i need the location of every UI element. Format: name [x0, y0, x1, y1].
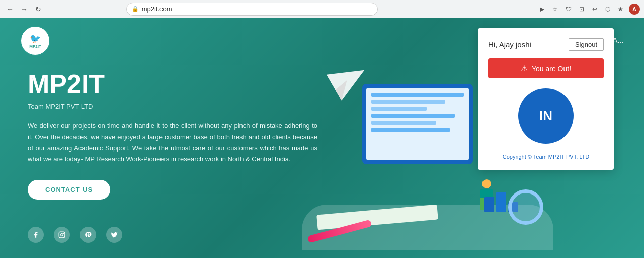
in-label: IN: [539, 108, 552, 124]
facebook-icon[interactable]: [28, 227, 44, 243]
logo[interactable]: 🐦 MP2IT: [20, 26, 50, 56]
back-button[interactable]: ←: [4, 3, 16, 15]
page-wrapper: 🐦 MP2IT Home A... MP2IT Team MP2IT PVT L…: [0, 18, 644, 258]
shield-icon[interactable]: 🛡: [564, 4, 574, 14]
reload-button[interactable]: ↻: [32, 3, 44, 15]
browser-right-icons: ▶ ☆ 🛡 ⊡ ↩ ⬡ ★ A: [537, 4, 640, 15]
you-are-out-button[interactable]: ⚠ You are Out!: [488, 58, 604, 78]
hero-subtitle: Team MP2IT PVT LTD: [28, 103, 317, 110]
hero-title: MP2IT: [28, 69, 317, 99]
svg-point-2: [63, 233, 64, 233]
lock-icon: 🔒: [132, 6, 139, 12]
instagram-icon[interactable]: [54, 227, 70, 243]
cast-icon[interactable]: ▶: [537, 4, 547, 14]
pinterest-icon[interactable]: [80, 227, 96, 243]
user-dropdown-popup: Hi, Ajay joshi Signout ⚠ You are Out! IN…: [478, 28, 614, 170]
user-avatar[interactable]: A: [629, 4, 640, 15]
popup-copyright: Copyright © Team MP2IT PVT. LTD: [488, 154, 604, 160]
signout-button[interactable]: Signout: [569, 38, 604, 51]
warning-icon: ⚠: [521, 63, 528, 73]
ext-icon[interactable]: ⬡: [603, 4, 613, 14]
svg-point-1: [61, 234, 63, 236]
hero-section: 🐦 MP2IT Home A... MP2IT Team MP2IT PVT L…: [0, 18, 644, 258]
popup-greeting: Hi, Ajay joshi: [488, 40, 531, 49]
svg-rect-0: [59, 232, 65, 238]
nav-about[interactable]: A...: [612, 36, 624, 46]
profile-icon[interactable]: ★: [616, 4, 626, 14]
address-bar[interactable]: 🔒 mp2it.com: [126, 3, 378, 16]
history-icon[interactable]: ↩: [590, 4, 600, 14]
logo-text: MP2IT: [29, 44, 41, 49]
you-are-out-label: You are Out!: [532, 64, 571, 73]
logo-bird-icon: 🐦: [30, 33, 41, 44]
popup-header: Hi, Ajay joshi Signout: [488, 38, 604, 51]
in-status-circle: IN: [518, 88, 574, 144]
twitter-icon[interactable]: [106, 227, 122, 243]
social-icons: [28, 227, 122, 243]
browser-chrome: ← → ↻ 🔒 mp2it.com ▶ ☆ 🛡 ⊡ ↩ ⬡ ★ A: [0, 0, 644, 18]
reader-icon[interactable]: ⊡: [577, 4, 587, 14]
forward-button[interactable]: →: [18, 3, 30, 15]
monitor: [362, 84, 473, 164]
star-icon[interactable]: ☆: [550, 4, 560, 14]
contact-us-button[interactable]: CONTACT US: [28, 180, 110, 200]
hero-content: MP2IT Team MP2IT PVT LTD We deliver our …: [28, 69, 317, 200]
magnifier-icon: [508, 189, 543, 225]
hero-description: We deliver our projects on time and hand…: [28, 120, 317, 165]
url-text: mp2it.com: [142, 5, 172, 13]
nav-buttons: ← → ↻: [4, 3, 44, 15]
